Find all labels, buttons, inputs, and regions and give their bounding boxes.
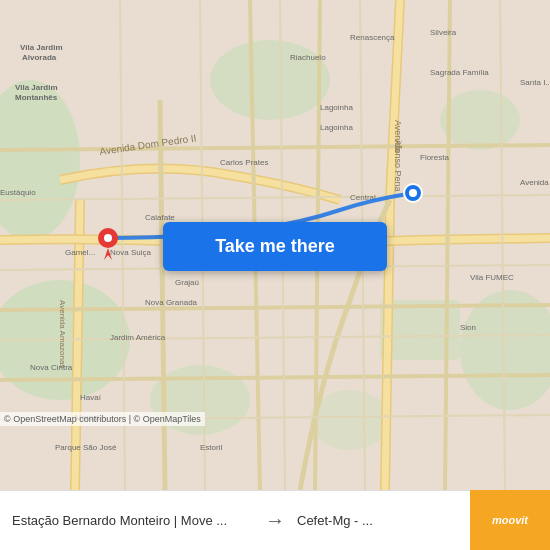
svg-text:Eustáquio: Eustáquio — [0, 188, 36, 197]
svg-text:Carlos Prates: Carlos Prates — [220, 158, 268, 167]
svg-text:Silveira: Silveira — [430, 28, 457, 37]
svg-text:Vila Jardim: Vila Jardim — [15, 83, 58, 92]
svg-text:Calafate: Calafate — [145, 213, 175, 222]
svg-text:Vila Jardim: Vila Jardim — [20, 43, 63, 52]
svg-text:Jardim América: Jardim América — [110, 333, 166, 342]
svg-text:Estoril: Estoril — [200, 443, 222, 452]
svg-point-43 — [104, 234, 112, 242]
svg-text:Avenida Amazonas: Avenida Amazonas — [58, 300, 67, 368]
svg-point-5 — [440, 90, 520, 150]
svg-text:Lagoinha: Lagoinha — [320, 123, 353, 132]
svg-text:Renascença: Renascença — [350, 33, 395, 42]
svg-text:Parque São José: Parque São José — [55, 443, 117, 452]
svg-text:Gamel...: Gamel... — [65, 248, 95, 257]
moovit-logo: moovit — [470, 490, 550, 550]
svg-text:Nova Cintra: Nova Cintra — [30, 363, 73, 372]
svg-text:Afonso Pena: Afonso Pena — [393, 140, 403, 192]
map-attribution: © OpenStreetMap contributors | © OpenMap… — [0, 412, 205, 426]
route-arrow: → — [265, 509, 285, 532]
svg-text:Alvorada: Alvorada — [22, 53, 57, 62]
svg-text:Floresta: Floresta — [420, 153, 449, 162]
map-container: Avenida Dom Pedro II Avenida Avenida Ama… — [0, 0, 550, 490]
svg-text:Santa I...: Santa I... — [520, 78, 550, 87]
svg-text:Lagoinha: Lagoinha — [320, 103, 353, 112]
svg-text:Nova Suiça: Nova Suiça — [110, 248, 151, 257]
svg-text:Montanhês: Montanhês — [15, 93, 58, 102]
svg-text:Nova Granada: Nova Granada — [145, 298, 198, 307]
svg-text:Grajaú: Grajaú — [175, 278, 199, 287]
moovit-brand-text: moovit — [492, 514, 528, 526]
svg-text:Sion: Sion — [460, 323, 476, 332]
take-me-there-button[interactable]: Take me there — [163, 222, 387, 271]
svg-text:Havaí: Havaí — [80, 393, 102, 402]
bottom-bar: Estação Bernardo Monteiro | Move ... → C… — [0, 490, 550, 550]
svg-text:Riachuelo: Riachuelo — [290, 53, 326, 62]
svg-text:Vila FUMEC: Vila FUMEC — [470, 273, 514, 282]
svg-point-4 — [210, 40, 330, 120]
svg-text:Sagrada Família: Sagrada Família — [430, 68, 489, 77]
from-station: Estação Bernardo Monteiro | Move ... — [0, 513, 265, 528]
svg-point-45 — [409, 189, 417, 197]
svg-text:Avenida do...: Avenida do... — [520, 178, 550, 187]
